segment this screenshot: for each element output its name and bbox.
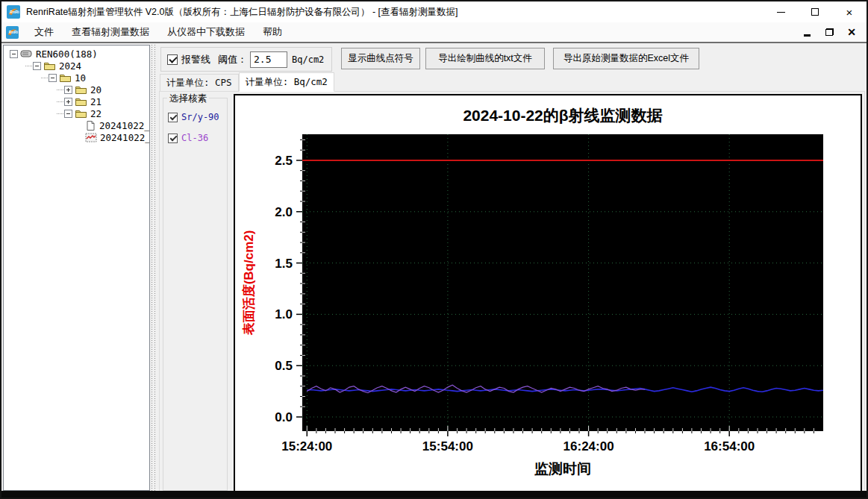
- menu-download-from-device[interactable]: 从仪器中下载数据: [158, 22, 254, 42]
- tree-expander-plus-icon: [64, 86, 72, 94]
- tree-item-label: 22: [90, 108, 102, 119]
- tree-item-20241022_β[interactable]: 20241022_β: [4, 131, 149, 143]
- y-tick-label: 0.5: [275, 359, 293, 373]
- tree-expander-minus-icon: [33, 62, 41, 70]
- mdi-background-strip: [1, 491, 867, 498]
- show-curve-point-symbols-button[interactable]: 显示曲线点符号: [341, 48, 420, 69]
- tree-item-21[interactable]: 21: [4, 95, 149, 107]
- tree-item-20241022_α[interactable]: 20241022_α: [4, 119, 149, 131]
- x-tick-label: 16:24:00: [563, 439, 614, 454]
- export-curve-txt-button[interactable]: 导出绘制曲线的txt文件: [425, 48, 545, 69]
- tree-connector: [41, 78, 48, 78]
- minimize-icon: [777, 12, 785, 13]
- tree-item-label: 20241022_α: [99, 120, 150, 131]
- tree-expander-minus-icon: [64, 110, 72, 118]
- tree-expander[interactable]: [33, 62, 41, 70]
- y-tick-label: 2.0: [275, 205, 293, 219]
- beta-monitoring-chart: 0.00.51.01.52.02.515:24:0015:54:0016:24:…: [234, 94, 862, 492]
- tree-item-22[interactable]: 22: [4, 107, 149, 119]
- folder-icon: [75, 84, 87, 95]
- unit-tabs: 计量单位: CPS 计量单位: Bq/cm2: [160, 72, 334, 91]
- folder-icon: [43, 60, 56, 71]
- threshold-unit-label: Bq/cm2: [292, 54, 324, 65]
- y-tick-label: 1.0: [275, 307, 293, 321]
- y-tick-label: 1.5: [275, 257, 293, 271]
- window-title: RenriRate辐射剂量管理软件 V2.0版（版权所有：上海仁日辐射防护设备有…: [26, 6, 458, 19]
- nuclide-select-group: 选择核素 Sr/y-90 Cl-36: [163, 98, 228, 491]
- tree-item-REN600188[interactable]: REN600(188): [4, 48, 149, 60]
- menu-view-measurement-data[interactable]: 查看辐射测量数据: [63, 22, 158, 42]
- tree-connector: [57, 90, 63, 90]
- document-icon: [85, 120, 96, 131]
- tree-item-label: 21: [90, 96, 102, 107]
- close-button[interactable]: ×: [832, 1, 867, 22]
- tree-expander[interactable]: [10, 50, 18, 58]
- y-axis-label: 表面活度(Bq/cm2): [241, 230, 256, 336]
- tree-connector: [57, 113, 63, 114]
- tab-unit-cps[interactable]: 计量单位: CPS: [160, 74, 239, 91]
- tree-expander[interactable]: [64, 86, 72, 94]
- maximize-button[interactable]: [798, 1, 832, 22]
- vertical-splitter[interactable]: [150, 45, 157, 491]
- mdi-restore-button[interactable]: [823, 26, 835, 38]
- close-icon: ×: [846, 7, 853, 18]
- tree-expander-minus-icon: [49, 74, 57, 82]
- y-tick-label: 0.0: [275, 410, 293, 424]
- mdi-minimize-button[interactable]: [801, 26, 813, 38]
- tree-expander-minus-icon: [10, 50, 18, 58]
- folder-icon: [59, 72, 72, 83]
- svg-text:RnRi: RnRi: [10, 10, 19, 14]
- renrirate-logo-icon: RnRi: [7, 5, 20, 19]
- nuclide-row-sr-y-90: Sr/y-90: [168, 112, 227, 122]
- nuclide-checkbox-cl-36[interactable]: [168, 134, 178, 143]
- title-bar: RnRi RenriRate辐射剂量管理软件 V2.0版（版权所有：上海仁日辐射…: [1, 1, 867, 22]
- mdi-close-icon: ✕: [847, 27, 856, 37]
- tree-expander[interactable]: [49, 74, 57, 82]
- nuclide-checkbox-sr-y-90[interactable]: [168, 113, 178, 122]
- tree-item-2024[interactable]: 2024: [4, 60, 149, 72]
- mdi-close-button[interactable]: ✕: [846, 26, 858, 38]
- x-tick-label: 15:54:00: [422, 439, 473, 454]
- tree-item-label: 20241022_β: [100, 132, 150, 143]
- alarm-line-label: 报警线: [181, 53, 210, 66]
- app-window: RnRi RenriRate辐射剂量管理软件 V2.0版（版权所有：上海仁日辐射…: [0, 0, 868, 499]
- nuclide-label-sr-y-90: Sr/y-90: [181, 112, 219, 122]
- curve-file-icon: [85, 132, 97, 142]
- menu-bar: RnRi 文件 查看辐射测量数据 从仪器中下载数据 帮助 ✕: [1, 22, 867, 43]
- tree-item-label: 2024: [59, 60, 81, 72]
- nuclide-row-cl-36: Cl-36: [168, 133, 227, 143]
- tree-expander[interactable]: [64, 98, 72, 106]
- tree-expander-plus-icon: [64, 98, 72, 106]
- alarm-line-group: 报警线 阈值： Bq/cm2: [160, 47, 332, 72]
- tab-unit-bqcm2[interactable]: 计量单位: Bq/cm2: [239, 72, 334, 92]
- tree-item-label: 20: [90, 84, 102, 95]
- tree-item-10[interactable]: 10: [4, 72, 149, 84]
- y-tick-label: 2.5: [275, 154, 293, 168]
- device-icon: [20, 48, 33, 59]
- tree-connector: [57, 101, 63, 102]
- mdi-minimize-icon: [804, 34, 811, 37]
- chart-svg: 0.00.51.01.52.02.515:24:0015:54:0016:24:…: [235, 95, 861, 491]
- mdi-restore-icon: [825, 28, 834, 36]
- file-tree-panel: REN600(188)20241020212220241022_α2024102…: [3, 45, 150, 491]
- menu-help[interactable]: 帮助: [254, 22, 291, 42]
- renrirate-logo-icon: RnRi: [6, 26, 19, 39]
- alarm-line-checkbox[interactable]: [167, 54, 178, 65]
- tree-item-20[interactable]: 20: [4, 84, 149, 95]
- threshold-label: 阈值：: [218, 53, 247, 66]
- menu-file[interactable]: 文件: [25, 22, 63, 42]
- nuclide-group-title: 选择核素: [167, 92, 209, 105]
- chart-title: 2024-10-22的β射线监测数据: [463, 107, 662, 124]
- minimize-button[interactable]: [764, 1, 798, 22]
- maximize-icon: [811, 8, 819, 16]
- threshold-input[interactable]: [250, 51, 287, 68]
- x-axis-label: 监测时间: [534, 461, 591, 477]
- x-tick-label: 16:54:00: [704, 439, 755, 454]
- folder-icon: [75, 96, 87, 107]
- x-tick-label: 15:24:00: [281, 439, 332, 454]
- tree-item-label: REN600(188): [36, 48, 98, 60]
- tree-connector: [25, 66, 32, 66]
- export-raw-excel-button[interactable]: 导出原始测量数据的Excel文件: [553, 48, 699, 69]
- tree-expander[interactable]: [64, 110, 72, 118]
- tree-item-label: 10: [75, 72, 86, 84]
